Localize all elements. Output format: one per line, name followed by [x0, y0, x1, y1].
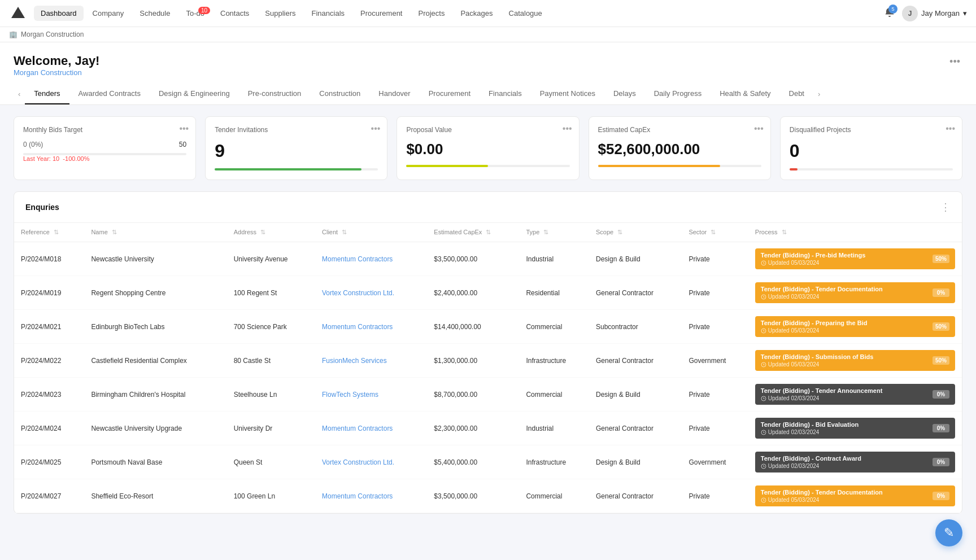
- nav-suppliers[interactable]: Suppliers: [258, 6, 302, 21]
- cell-capex: $2,400,000.00: [427, 276, 519, 310]
- cell-client[interactable]: Momentum Contractors: [315, 242, 427, 276]
- breadcrumb-company[interactable]: Morgan Construction: [21, 30, 84, 38]
- cell-client[interactable]: Momentum Contractors: [315, 310, 427, 344]
- enquiries-table-body: P/2024/M018 Newcastle University Univers…: [14, 242, 962, 513]
- cell-sector: Government: [682, 344, 748, 378]
- cell-process[interactable]: Tender (Bidding) - Pre-bid Meetings Upda…: [748, 242, 962, 276]
- cell-reference: P/2024/M019: [14, 276, 84, 310]
- col-name[interactable]: Name ⇅: [84, 223, 226, 242]
- kpi-proposal-value-amount: $0.00: [406, 141, 569, 158]
- cell-address: 700 Science Park: [227, 310, 315, 344]
- process-tag[interactable]: Tender (Bidding) - Contract Award Update…: [755, 452, 955, 473]
- tab-financials[interactable]: Financials: [480, 84, 531, 104]
- nav-company[interactable]: Company: [86, 6, 131, 21]
- tab-construction[interactable]: Construction: [310, 84, 369, 104]
- kpi-tender-invitations-more[interactable]: •••: [371, 124, 381, 134]
- cell-address: University Dr: [227, 412, 315, 445]
- cell-name: Regent Shopping Centre: [84, 276, 226, 310]
- enquiries-more-button[interactable]: ⋮: [940, 201, 951, 213]
- nav-procurement[interactable]: Procurement: [354, 6, 409, 21]
- cell-process[interactable]: Tender (Bidding) - Bid Evaluation Update…: [748, 412, 962, 445]
- nav-financials[interactable]: Financials: [305, 6, 352, 21]
- cell-process[interactable]: Tender (Bidding) - Tender Announcement U…: [748, 378, 962, 412]
- kpi-proposal-value-more[interactable]: •••: [563, 124, 572, 134]
- cell-name: Portsmouth Naval Base: [84, 445, 226, 479]
- nav-packages[interactable]: Packages: [454, 6, 499, 21]
- cell-client[interactable]: FusionMech Services: [315, 344, 427, 378]
- tab-payment-notices[interactable]: Payment Notices: [531, 84, 604, 104]
- table-row[interactable]: P/2024/M019 Regent Shopping Centre 100 R…: [14, 276, 962, 310]
- table-row[interactable]: P/2024/M027 Sheffield Eco-Resort 100 Gre…: [14, 479, 962, 513]
- app-logo[interactable]: [9, 5, 27, 23]
- table-row[interactable]: P/2024/M021 Edinburgh BioTech Labs 700 S…: [14, 310, 962, 344]
- kpi-row: Monthly Bids Target ••• 0 (0%) 50 Last Y…: [14, 116, 962, 180]
- process-tag[interactable]: Tender (Bidding) - Preparing the Bid Upd…: [755, 316, 955, 337]
- nav-todo[interactable]: To-do 10: [179, 6, 211, 21]
- notifications-bell[interactable]: 5: [884, 7, 895, 20]
- process-badge: 0%: [933, 458, 949, 466]
- tab-delays[interactable]: Delays: [604, 84, 645, 104]
- cell-capex: $2,300,000.00: [427, 412, 519, 445]
- process-tag[interactable]: Tender (Bidding) - Tender Documentation …: [755, 282, 955, 303]
- main-content: Monthly Bids Target ••• 0 (0%) 50 Last Y…: [0, 105, 976, 525]
- tabs-prev-arrow[interactable]: ‹: [14, 85, 25, 103]
- table-row[interactable]: P/2024/M018 Newcastle University Univers…: [14, 242, 962, 276]
- cell-capex: $3,500,000.00: [427, 479, 519, 513]
- col-reference[interactable]: Reference ⇅: [14, 223, 84, 242]
- cell-process[interactable]: Tender (Bidding) - Tender Documentation …: [748, 479, 962, 513]
- table-row[interactable]: P/2024/M022 Castlefield Residential Comp…: [14, 344, 962, 378]
- kpi-estimated-capex-more[interactable]: •••: [754, 124, 764, 134]
- process-tag[interactable]: Tender (Bidding) - Tender Documentation …: [755, 485, 955, 506]
- tab-health-safety[interactable]: Health & Safety: [711, 84, 779, 104]
- cell-type: Commercial: [519, 479, 589, 513]
- process-tag-info: Tender (Bidding) - Preparing the Bid Upd…: [761, 320, 868, 334]
- nav-catalogue[interactable]: Catalogue: [502, 6, 549, 21]
- cell-name: Newcastle University: [84, 242, 226, 276]
- tab-tenders[interactable]: Tenders: [25, 84, 69, 104]
- cell-client[interactable]: FlowTech Systems: [315, 378, 427, 412]
- cell-process[interactable]: Tender (Bidding) - Tender Documentation …: [748, 276, 962, 310]
- cell-scope: General Contractor: [589, 479, 682, 513]
- col-process[interactable]: Process ⇅: [748, 223, 962, 242]
- nav-dashboard[interactable]: Dashboard: [34, 6, 84, 21]
- col-sector[interactable]: Sector ⇅: [682, 223, 748, 242]
- process-tag[interactable]: Tender (Bidding) - Tender Announcement U…: [755, 384, 955, 405]
- tab-debt[interactable]: Debt: [780, 84, 813, 104]
- kpi-disqualified-more[interactable]: •••: [945, 124, 955, 134]
- process-tag[interactable]: Tender (Bidding) - Pre-bid Meetings Upda…: [755, 248, 955, 269]
- cell-client[interactable]: Momentum Contractors: [315, 412, 427, 445]
- col-scope[interactable]: Scope ⇅: [589, 223, 682, 242]
- cell-sector: Private: [682, 242, 748, 276]
- table-row[interactable]: P/2024/M024 Newcastle University Upgrade…: [14, 412, 962, 445]
- cell-client[interactable]: Vortex Construction Ltd.: [315, 276, 427, 310]
- cell-client[interactable]: Vortex Construction Ltd.: [315, 445, 427, 479]
- kpi-monthly-bids-more[interactable]: •••: [179, 124, 189, 134]
- table-row[interactable]: P/2024/M023 Birmingham Children's Hospit…: [14, 378, 962, 412]
- process-tag[interactable]: Tender (Bidding) - Bid Evaluation Update…: [755, 418, 955, 439]
- nav-schedule[interactable]: Schedule: [133, 6, 177, 21]
- tab-pre-construction[interactable]: Pre-construction: [239, 84, 311, 104]
- col-address[interactable]: Address ⇅: [227, 223, 315, 242]
- tabs-next-arrow[interactable]: ›: [813, 85, 825, 103]
- cell-process[interactable]: Tender (Bidding) - Submission of Bids Up…: [748, 344, 962, 378]
- nav-contacts[interactable]: Contacts: [213, 6, 256, 21]
- table-header-row: Reference ⇅ Name ⇅ Address ⇅ Client ⇅ Es…: [14, 223, 962, 242]
- col-capex[interactable]: Estimated CapEx ⇅: [427, 223, 519, 242]
- header-more-button[interactable]: •••: [947, 54, 962, 70]
- tab-daily-progress[interactable]: Daily Progress: [645, 84, 711, 104]
- tab-awarded-contracts[interactable]: Awarded Contracts: [69, 84, 150, 104]
- user-menu[interactable]: J Jay Morgan ▾: [902, 6, 967, 21]
- nav-projects[interactable]: Projects: [411, 6, 451, 21]
- col-type[interactable]: Type ⇅: [519, 223, 589, 242]
- tab-procurement[interactable]: Procurement: [420, 84, 480, 104]
- tab-design-engineering[interactable]: Design & Engineering: [150, 84, 239, 104]
- cell-process[interactable]: Tender (Bidding) - Preparing the Bid Upd…: [748, 310, 962, 344]
- col-client[interactable]: Client ⇅: [315, 223, 427, 242]
- cell-process[interactable]: Tender (Bidding) - Contract Award Update…: [748, 445, 962, 479]
- company-link[interactable]: Morgan Construction: [14, 68, 99, 77]
- tab-handover[interactable]: Handover: [369, 84, 419, 104]
- process-tag-info: Tender (Bidding) - Bid Evaluation Update…: [761, 421, 859, 435]
- cell-client[interactable]: Momentum Contractors: [315, 479, 427, 513]
- table-row[interactable]: P/2024/M025 Portsmouth Naval Base Queen …: [14, 445, 962, 479]
- process-tag[interactable]: Tender (Bidding) - Submission of Bids Up…: [755, 350, 955, 371]
